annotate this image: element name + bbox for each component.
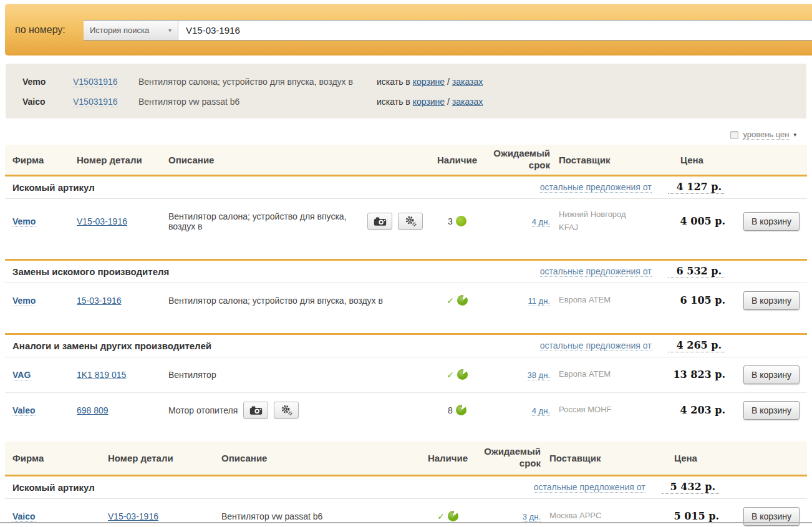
search-in-cart-link[interactable]: корзине — [413, 97, 445, 107]
brand-link[interactable]: VAG — [12, 370, 31, 380]
availability: 8 — [423, 405, 491, 415]
details-button[interactable] — [274, 402, 299, 418]
price-level-label[interactable]: уровень цен — [743, 130, 789, 140]
availability: 3 — [423, 216, 491, 226]
search-controls: История поиска ▾ — [84, 20, 812, 41]
results-table-second: Фирма Номер детали Описание Наличие Ожид… — [5, 442, 807, 527]
availability: ✓ — [413, 511, 482, 521]
price: 4 005 р. — [650, 215, 725, 227]
search-history-label: История поиска — [90, 26, 149, 35]
search-input[interactable] — [178, 21, 812, 40]
table-header: Фирма Номер детали Описание Наличие Ожид… — [5, 442, 807, 476]
availability-pie-icon — [448, 511, 458, 521]
history-description: Вентилятор vw passat b6 — [138, 97, 377, 107]
history-search-in: искать в корзине / заказах — [377, 97, 483, 107]
results-table: Фирма Номер детали Описание Наличие Ожид… — [5, 145, 807, 428]
add-to-cart-button[interactable]: В корзину — [743, 212, 800, 231]
term-link[interactable]: 38 дн. — [528, 370, 550, 380]
camera-icon — [374, 216, 387, 226]
history-row: Vaico V15031916 Вентилятор vw passat b6 … — [6, 92, 806, 112]
table-header: Фирма Номер детали Описание Наличие Ожид… — [5, 145, 807, 176]
add-to-cart-button[interactable]: В корзину — [743, 365, 800, 384]
history-number-link[interactable]: V15031916 — [73, 77, 118, 87]
availability: ✓ — [423, 295, 491, 306]
price-level-control: уровень цен ▾ — [0, 130, 796, 140]
section-replacements: Замены искомого производителя остальные … — [5, 259, 807, 318]
section-sought-article: Искомый артикул остальные предложения от… — [5, 176, 807, 244]
part-description: Вентилятор салона; устройство для впуска… — [161, 211, 423, 231]
availability-count: 8 — [448, 405, 453, 415]
other-offers-link[interactable]: остальные предложения от — [534, 482, 645, 493]
section-analogs: Аналоги и замены других производителей о… — [5, 333, 807, 428]
camera-icon — [249, 405, 263, 415]
add-to-cart-button[interactable]: В корзину — [743, 291, 800, 310]
supplier: Москва APPC — [544, 510, 644, 523]
part-number-link[interactable]: V15-03-1916 — [108, 511, 158, 521]
table-row: VAG 1K1 819 015 Вентилятор ✓ 38 дн. Евро… — [5, 357, 807, 392]
term-link[interactable]: 11 дн. — [528, 296, 550, 306]
brand-link[interactable]: Vemo — [12, 216, 36, 227]
gear-icon — [281, 405, 292, 415]
availability-pie-icon — [457, 295, 468, 306]
search-in-orders-link[interactable]: заказах — [452, 97, 483, 107]
history-panel: Vemo V15031916 Вентилятор салона; устрой… — [6, 64, 806, 118]
part-number-link[interactable]: 1K1 819 015 — [77, 370, 126, 380]
table-row: Vemo 15-03-1916 Вентилятор салона; устро… — [5, 283, 807, 318]
term-link[interactable]: 4 дн. — [532, 406, 550, 416]
price-level-checkbox[interactable] — [730, 131, 738, 139]
col-header-description: Описание — [161, 155, 423, 165]
add-to-cart-button[interactable]: В корзину — [743, 401, 800, 420]
search-history-dropdown[interactable]: История поиска ▾ — [84, 21, 178, 40]
term-link[interactable]: 4 дн. — [532, 217, 550, 227]
col-header-term: Ожидаемый срок — [482, 446, 544, 470]
history-description: Вентилятор салона; устройство для впуска… — [138, 77, 377, 87]
brand-link[interactable]: Vaico — [12, 511, 36, 522]
part-number-link[interactable]: 15-03-1916 — [77, 296, 122, 306]
search-by-number-label: по номеру: — [15, 24, 75, 36]
search-in-orders-link[interactable]: заказах — [452, 77, 483, 87]
check-icon: ✓ — [447, 370, 454, 380]
other-offers-link[interactable]: остальные предложения от — [540, 182, 652, 193]
price: 6 105 р. — [650, 294, 725, 306]
other-offers-price: 6 532 р. — [668, 265, 725, 278]
brand-link[interactable]: Vemo — [12, 296, 36, 306]
section-title: Аналоги и замены других производителей — [5, 336, 423, 355]
history-brand: Vaico — [22, 97, 73, 107]
section-sought-article: Искомый артикул остальные предложения от… — [5, 476, 807, 527]
availability-count: 3 — [448, 216, 453, 226]
history-number-link[interactable]: V15031916 — [73, 97, 118, 107]
col-header-availability: Наличие — [413, 453, 482, 463]
part-description: Вентилятор — [161, 370, 423, 380]
supplier: Европа ATEM — [554, 368, 650, 381]
availability-pie-icon — [457, 369, 468, 380]
search-bar: по номеру: История поиска ▾ — [5, 4, 812, 56]
term-link[interactable]: 3 дн. — [523, 512, 541, 522]
col-header-number: Номер детали — [77, 155, 161, 165]
price: 13 823 р. — [650, 369, 725, 380]
other-offers-link[interactable]: остальные предложения от — [540, 341, 652, 351]
availability: ✓ — [423, 369, 491, 380]
chevron-down-icon: ▾ — [168, 27, 172, 34]
part-description: Вентилятор салона; устройство для впуска… — [161, 296, 423, 306]
other-offers-link[interactable]: остальные предложения от — [540, 266, 652, 277]
part-number-link[interactable]: V15-03-1916 — [77, 216, 127, 226]
photo-button[interactable] — [367, 213, 392, 230]
page-bottom-divider — [0, 522, 812, 523]
details-button[interactable] — [398, 213, 423, 230]
part-number-link[interactable]: 698 809 — [77, 405, 109, 415]
availability-pie-icon — [456, 405, 466, 415]
history-row: Vemo V15031916 Вентилятор салона; устрой… — [6, 72, 806, 92]
chevron-down-icon[interactable]: ▾ — [793, 132, 796, 138]
price: 5 015 р. — [644, 510, 719, 522]
supplier: Россия MOHF — [554, 404, 650, 417]
col-header-number: Номер детали — [108, 453, 214, 463]
photo-button[interactable] — [243, 402, 268, 418]
col-header-availability: Наличие — [423, 155, 491, 165]
brand-link[interactable]: Valeo — [12, 405, 36, 416]
search-in-cart-link[interactable]: корзине — [413, 77, 445, 87]
col-header-term: Ожидаемый срок — [491, 148, 554, 172]
price: 4 203 р. — [650, 404, 725, 416]
other-offers-price: 4 265 р. — [668, 339, 725, 352]
supplier: Нижний Новгород KFAJ — [559, 208, 635, 234]
check-icon: ✓ — [437, 511, 445, 521]
